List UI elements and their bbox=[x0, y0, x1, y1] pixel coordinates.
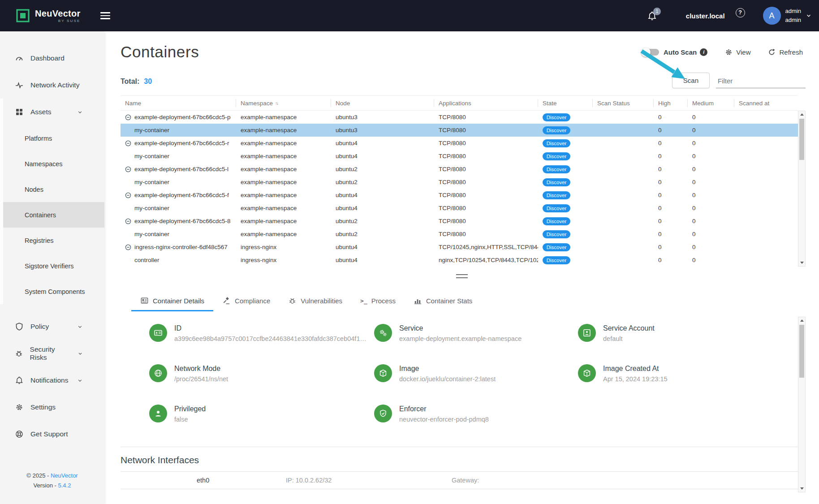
table-row[interactable]: example-deployment-67bc66cdc5-r example-… bbox=[121, 137, 798, 150]
support-ring-icon bbox=[15, 430, 24, 439]
scan-button[interactable]: Scan bbox=[672, 73, 710, 88]
sidebar-item-containers[interactable]: Containers bbox=[0, 202, 104, 228]
table-row[interactable]: my-container example-namespace ubuntu2 T… bbox=[121, 176, 798, 189]
sidebar-item-policy[interactable]: Policy bbox=[0, 313, 104, 340]
state-badge[interactable]: Discover bbox=[543, 152, 570, 160]
state-badge[interactable]: Discover bbox=[543, 204, 570, 212]
sidebar-item-settings[interactable]: Settings bbox=[0, 394, 104, 421]
sidebar-item-notifications[interactable]: Notifications bbox=[0, 367, 104, 394]
collapse-row-icon[interactable] bbox=[125, 218, 131, 224]
tab-container-details[interactable]: Container Details bbox=[131, 293, 213, 311]
containers-table: Name Namespace↑↓ Node Applications State… bbox=[121, 95, 806, 267]
refresh-button[interactable]: Refresh bbox=[767, 48, 803, 56]
table-row[interactable]: my-container example-namespace ubuntu2 T… bbox=[121, 228, 798, 241]
scroll-down-button[interactable] bbox=[798, 485, 805, 492]
column-header-name[interactable]: Name bbox=[121, 99, 236, 107]
auto-scan-toggle[interactable] bbox=[642, 49, 659, 56]
tab-process[interactable]: >_ Process bbox=[351, 293, 405, 311]
notification-badge: 1 bbox=[653, 8, 661, 15]
table-row[interactable]: my-container example-namespace ubuntu3 T… bbox=[121, 124, 798, 137]
collapse-row-icon[interactable] bbox=[125, 192, 131, 198]
info-icon[interactable]: i bbox=[700, 48, 707, 56]
table-row[interactable]: example-deployment-67bc66cdc5-8 example-… bbox=[121, 215, 798, 228]
chevron-down-icon bbox=[806, 13, 812, 19]
table-row[interactable]: example-deployment-67bc66cdc5-p example-… bbox=[121, 111, 798, 124]
sidebar-item-nodes[interactable]: Nodes bbox=[0, 177, 104, 202]
collapse-row-icon[interactable] bbox=[125, 140, 131, 146]
table-row[interactable]: example-deployment-67bc66cdc5-f example-… bbox=[121, 189, 798, 202]
column-header-node[interactable]: Node bbox=[331, 99, 434, 107]
table-row[interactable]: controller ingress-nginx ubuntu4 nginx,T… bbox=[121, 254, 798, 267]
view-button[interactable]: View bbox=[724, 48, 750, 56]
scrollbar-thumb[interactable] bbox=[799, 119, 804, 160]
state-badge[interactable]: Discover bbox=[543, 243, 570, 251]
column-header-high[interactable]: High bbox=[654, 99, 688, 107]
scroll-down-button[interactable] bbox=[798, 259, 805, 266]
details-scrollbar[interactable] bbox=[798, 317, 806, 492]
scroll-up-button[interactable] bbox=[798, 111, 805, 118]
filter-input[interactable] bbox=[716, 74, 806, 88]
panel-resize-handle[interactable] bbox=[456, 274, 468, 278]
assets-grid-icon bbox=[15, 108, 24, 116]
table-row[interactable]: my-container example-namespace ubuntu4 T… bbox=[121, 202, 798, 215]
state-badge[interactable]: Discover bbox=[543, 126, 570, 134]
table-row[interactable]: ingress-nginx-controller-6df48c567 ingre… bbox=[121, 241, 798, 254]
interface-ip: IP: 10.0.2.62/32 bbox=[286, 477, 452, 484]
cell-high: 0 bbox=[654, 244, 688, 250]
cell-namespace: example-namespace bbox=[236, 218, 331, 224]
table-row[interactable]: my-container example-namespace ubuntu4 T… bbox=[121, 150, 798, 163]
cell-applications: TCP/8080 bbox=[434, 218, 538, 224]
sidebar-item-dashboard[interactable]: Dashboard bbox=[0, 45, 104, 72]
tab-container-stats[interactable]: Container Stats bbox=[405, 293, 481, 311]
state-badge[interactable]: Discover bbox=[543, 165, 570, 173]
tab-compliance[interactable]: Compliance bbox=[213, 293, 279, 311]
total-count: Total:30 bbox=[121, 78, 672, 88]
cell-node: ubuntu4 bbox=[331, 257, 434, 263]
sidebar-item-sigstore-verifiers[interactable]: Sigstore Verifiers bbox=[0, 253, 104, 279]
process-icon: >_ bbox=[360, 297, 367, 304]
cell-applications: TCP/8080 bbox=[434, 140, 538, 146]
container-name: example-deployment-67bc66cdc5-8 bbox=[134, 218, 231, 224]
help-button[interactable]: ? bbox=[736, 8, 745, 17]
sidebar-item-namespaces[interactable]: Namespaces bbox=[0, 151, 104, 177]
cell-node: ubuntu4 bbox=[331, 205, 434, 211]
table-scrollbar[interactable] bbox=[798, 111, 806, 267]
user-menu[interactable]: A admin admin bbox=[763, 7, 812, 25]
column-header-applications[interactable]: Applications bbox=[434, 99, 538, 107]
collapse-row-icon[interactable] bbox=[125, 166, 131, 172]
collapse-row-icon[interactable] bbox=[125, 114, 131, 121]
state-badge[interactable]: Discover bbox=[543, 230, 570, 238]
state-badge[interactable]: Discover bbox=[543, 139, 570, 147]
cell-node: ubuntu4 bbox=[331, 244, 434, 250]
neuvector-link[interactable]: NeuVector bbox=[51, 472, 78, 479]
sidebar-item-platforms[interactable]: Platforms bbox=[0, 125, 104, 151]
sidebar-item-security-risks[interactable]: Security Risks bbox=[0, 340, 104, 367]
column-header-medium[interactable]: Medium bbox=[688, 99, 734, 107]
sidebar-item-system-components[interactable]: System Components bbox=[0, 279, 104, 304]
column-header-scanned-at[interactable]: Scanned at bbox=[734, 99, 798, 107]
state-badge[interactable]: Discover bbox=[543, 178, 570, 186]
sidebar-item-registries[interactable]: Registries bbox=[0, 228, 104, 253]
container-name: example-deployment-67bc66cdc5-l bbox=[134, 166, 228, 172]
cell-high: 0 bbox=[654, 231, 688, 237]
state-badge[interactable]: Discover bbox=[543, 256, 570, 264]
state-badge[interactable]: Discover bbox=[543, 191, 570, 199]
sidebar-item-assets[interactable]: Assets bbox=[0, 99, 104, 125]
cell-medium: 0 bbox=[688, 231, 734, 237]
sidebar-item-network-activity[interactable]: Network Activity bbox=[0, 72, 104, 99]
menu-toggle-button[interactable] bbox=[100, 10, 110, 21]
version-link[interactable]: 5.4.2 bbox=[58, 482, 71, 489]
scroll-up-button[interactable] bbox=[798, 317, 805, 324]
cell-high: 0 bbox=[654, 179, 688, 185]
state-badge[interactable]: Discover bbox=[543, 113, 570, 121]
column-header-scan-status[interactable]: Scan Status bbox=[593, 99, 654, 107]
state-badge[interactable]: Discover bbox=[543, 217, 570, 225]
column-header-namespace[interactable]: Namespace↑↓ bbox=[236, 99, 331, 107]
scrollbar-thumb[interactable] bbox=[799, 325, 804, 378]
tab-vulnerabilities[interactable]: Vulnerabilities bbox=[279, 293, 351, 311]
column-header-state[interactable]: State bbox=[538, 99, 593, 107]
collapse-row-icon[interactable] bbox=[125, 244, 131, 250]
notifications-bell-button[interactable]: 1 bbox=[647, 11, 657, 21]
table-row[interactable]: example-deployment-67bc66cdc5-l example-… bbox=[121, 163, 798, 176]
sidebar-item-get-support[interactable]: Get Support bbox=[0, 421, 104, 448]
